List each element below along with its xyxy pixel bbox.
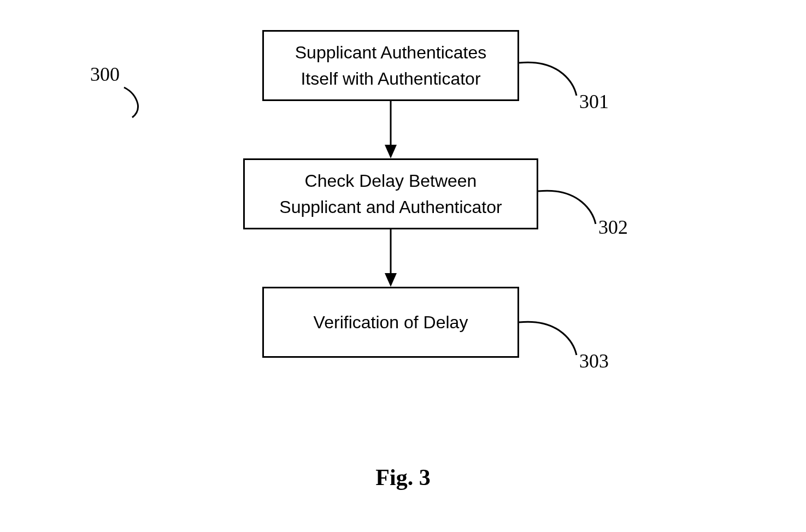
step-1-reference-tail	[519, 55, 585, 104]
flowchart-step-2: Check Delay Between Supplicant and Authe…	[243, 158, 538, 229]
step-3-reference-tail	[519, 314, 585, 363]
flowchart-step-3: Verification of Delay	[262, 287, 519, 358]
flowchart-step-3-text: Verification of Delay	[314, 309, 468, 335]
flowchart-step-2-text: Check Delay Between Supplicant and Authe…	[279, 168, 502, 220]
arrow-1-to-2	[383, 101, 399, 161]
diagram-reference-number: 300	[90, 63, 120, 86]
svg-marker-3	[385, 273, 397, 287]
flowchart-step-1-text: Supplicant Authenticates Itself with Aut…	[295, 39, 486, 92]
svg-marker-1	[385, 145, 397, 158]
diagram-reference-tail	[121, 85, 154, 123]
arrow-2-to-3	[383, 229, 399, 289]
figure-caption: Fig. 3	[0, 464, 806, 490]
step-2-reference-tail	[538, 183, 604, 232]
flowchart-step-1: Supplicant Authenticates Itself with Aut…	[262, 30, 519, 101]
